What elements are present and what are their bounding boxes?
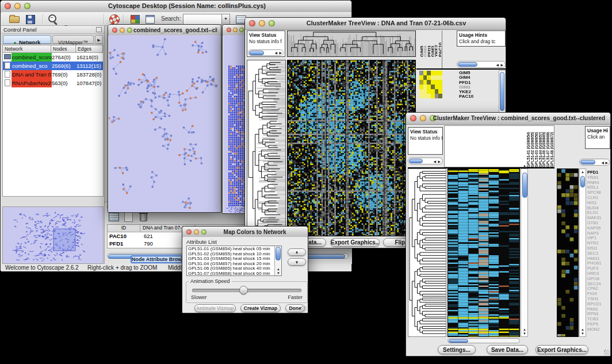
matrix-cell[interactable] <box>427 71 431 75</box>
attribute-item[interactable]: GPL51-01 (GSM854) heat shock 05 min <box>188 247 273 252</box>
table-mode-icon[interactable] <box>107 211 121 224</box>
matrix-cell[interactable] <box>419 80 423 85</box>
close-button[interactable] <box>112 28 117 33</box>
matrix-cell[interactable] <box>435 85 439 89</box>
tv2-settings-button[interactable]: Settings... <box>438 345 476 354</box>
matrix-cell[interactable] <box>423 71 427 75</box>
resize-grip[interactable] <box>301 306 307 312</box>
open-session-icon[interactable] <box>8 14 21 25</box>
attribute-item[interactable]: GPL51-03 (GSM856) heat shock 15 min <box>188 256 273 262</box>
matrix-cell[interactable] <box>435 80 439 85</box>
close-button[interactable] <box>249 20 255 26</box>
tv2-heatmap[interactable] <box>447 168 520 337</box>
tv1-similarity-matrix[interactable] <box>419 71 442 98</box>
network-canvas[interactable] <box>109 35 220 212</box>
delete-attribute-icon[interactable] <box>137 211 151 224</box>
matrix-cell[interactable] <box>427 94 431 98</box>
col-header-id[interactable]: ID <box>108 225 140 232</box>
tv1-usage-hscrollbar[interactable]: ◀▶ <box>457 61 506 68</box>
matrix-cell[interactable] <box>427 85 431 89</box>
tv1-left-dendrogram[interactable] <box>247 60 286 236</box>
matrix-cell[interactable] <box>423 94 427 98</box>
attribute-item[interactable]: GPL51-07 (GSM868) heat shock 60 min <box>188 271 273 276</box>
treeview2-titlebar[interactable]: ClusterMaker TreeView : combined_scores_… <box>406 113 610 125</box>
matrix-cell[interactable] <box>431 94 435 98</box>
matrix-cell[interactable] <box>423 80 427 85</box>
gene-label[interactable]: RNR4 <box>587 181 609 186</box>
network-row[interactable]: DNA and Tran 07769(0)183728(0) <box>3 70 103 79</box>
network-row[interactable]: combined_sco2569(6)13112(15) <box>3 62 103 70</box>
attribute-list-vscrollbar[interactable]: ▲▼ <box>274 246 281 275</box>
network-view-titlebar[interactable]: combined_scores_good.txt--cluste... <box>108 25 221 36</box>
matrix-cell[interactable] <box>435 89 439 94</box>
minimize-button[interactable] <box>420 115 426 121</box>
gene-label[interactable]: PEP5 <box>587 322 609 327</box>
resize-grip[interactable] <box>604 350 610 355</box>
close-button[interactable] <box>410 115 416 121</box>
matrix-cell[interactable] <box>419 75 423 80</box>
matrix-cell[interactable] <box>423 75 427 80</box>
tab-overflow-button[interactable]: ▶ <box>95 35 103 44</box>
gene-label[interactable]: PUF3 <box>587 266 609 271</box>
tab-network[interactable]: ● Network <box>3 35 51 44</box>
tv1-export-graphics-button[interactable]: Export Graphics... <box>330 238 380 247</box>
tv2-save-data-button[interactable]: Save Data... <box>487 345 528 354</box>
gene-label[interactable]: PFD1 <box>587 170 609 175</box>
matrix-cell[interactable] <box>431 75 435 80</box>
gene-label[interactable]: VIP1 <box>587 236 609 241</box>
gene-label[interactable]: SEC1 <box>587 251 609 256</box>
gene-label[interactable]: TCB3 <box>587 317 609 322</box>
animate-vizmap-button[interactable]: Animate Vizmap <box>194 304 236 312</box>
tv1-hscrollbar[interactable]: ◀▶ <box>248 49 284 56</box>
new-attribute-icon[interactable] <box>122 211 136 224</box>
gene-label[interactable]: YRA1 <box>587 175 609 181</box>
gene-label[interactable]: MAK31 <box>587 216 609 221</box>
matrix-cell[interactable] <box>427 89 431 94</box>
attribute-item[interactable]: GPL51-06 (GSM865) heat shock 40 min <box>188 266 273 271</box>
tv2-usage-hscrollbar[interactable]: ◀▶ <box>579 159 610 166</box>
save-session-icon[interactable] <box>24 14 37 25</box>
gene-label[interactable]: HMG1 <box>587 256 609 262</box>
attribute-item[interactable]: GPL51-04 (GSM857) heat shock 20 min <box>188 262 273 267</box>
search-input[interactable]: ▼ <box>183 14 230 25</box>
matrix-cell[interactable] <box>438 94 442 98</box>
gene-label[interactable]: HRD3 <box>587 271 609 277</box>
tv2-attribute-heatmap[interactable] <box>557 168 579 337</box>
matrix-cell[interactable] <box>438 89 442 94</box>
matrix-cell[interactable] <box>427 75 431 80</box>
gene-label[interactable]: CPA2 <box>587 286 609 292</box>
tv2-gene-list[interactable]: PFD1YRA1RNR4MSL1SPC98CLN1NIS1BUD4ELG1MAK… <box>587 170 609 336</box>
matrix-cell[interactable] <box>419 71 423 75</box>
matrix-cell[interactable] <box>431 80 435 85</box>
move-up-button[interactable]: ∧ <box>288 248 306 256</box>
move-down-button[interactable]: ∨ <box>288 258 306 266</box>
attribute-list[interactable]: GPL51-01 (GSM854) heat shock 05 minGPL51… <box>186 246 282 276</box>
gene-label[interactable]: GPI16 <box>587 277 609 282</box>
matrix-cell[interactable] <box>438 85 442 89</box>
vizmapper-palette-icon[interactable] <box>129 14 141 25</box>
slider-thumb[interactable] <box>239 286 248 294</box>
attribute-item[interactable]: GPL51-02 (GSM855) heat shock 10 min <box>188 252 273 257</box>
tv1-heatmap[interactable] <box>287 60 416 236</box>
matrix-cell[interactable] <box>431 89 435 94</box>
dialog-titlebar[interactable]: Map Colors to Network <box>182 227 308 237</box>
tab-vizmapper[interactable]: VizMapper™ <box>52 35 94 44</box>
close-button[interactable] <box>227 28 231 32</box>
tv1-top-dendrogram[interactable] <box>287 30 416 57</box>
matrix-cell[interactable] <box>435 94 439 98</box>
gene-label[interactable]: PHO81 <box>587 261 609 266</box>
float-panel-icon[interactable] <box>96 27 102 32</box>
gene-label[interactable]: GTB1 <box>587 221 609 226</box>
matrix-cell[interactable] <box>431 71 435 75</box>
birdseye-view[interactable] <box>2 206 104 264</box>
matrix-cell[interactable] <box>431 85 435 89</box>
matrix-cell[interactable] <box>435 71 439 75</box>
tv2-dendrogram[interactable] <box>408 168 446 337</box>
network-table-header[interactable]: Network Nodes Edges <box>3 45 103 53</box>
create-vizmap-button[interactable]: Create Vizmap <box>240 304 281 312</box>
matrix-cell[interactable] <box>419 89 423 94</box>
minimize-button[interactable] <box>194 229 199 235</box>
tv2-hscrollbar[interactable]: ◀▶ <box>408 158 443 164</box>
minimize-button[interactable] <box>259 20 265 26</box>
network-row[interactable]: combined_scores2764(0)16218(0) <box>3 53 103 62</box>
